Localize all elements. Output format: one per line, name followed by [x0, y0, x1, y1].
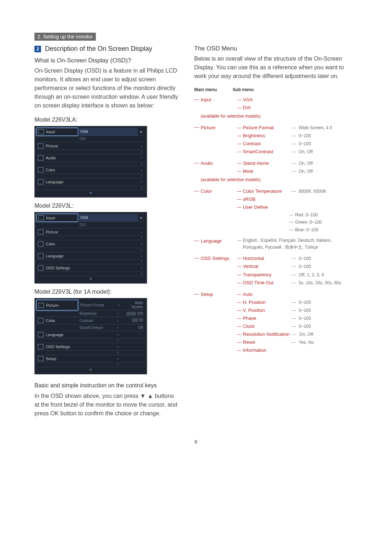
osd-menu-item[interactable] [36, 222, 77, 228]
osd-setting-value [122, 351, 145, 355]
tree-sub-list: Horizontal0~100Vertical0~100Transparency… [237, 254, 341, 286]
tree-main-item: LanguageEnglish , Español, Français, Deu… [201, 237, 347, 251]
osd-menu-item[interactable]: Setup [36, 355, 77, 363]
osd-submenu-item[interactable] [77, 248, 138, 252]
osd-submenu-item[interactable] [77, 162, 138, 166]
osd-row: • [36, 150, 145, 154]
osd-submenu-item[interactable]: VGA [78, 128, 138, 136]
tree-sub-label: Mute [243, 167, 289, 175]
osd-submenu-item[interactable] [77, 240, 138, 248]
osd-menu-label: Setup [46, 357, 56, 361]
osd-setting-name[interactable] [77, 343, 114, 351]
tree-header: Main menu Sub menu [194, 87, 347, 92]
osd-menu-icon [38, 229, 44, 235]
osd-menu-item[interactable]: Picture [36, 300, 78, 310]
osd-row: Language• [36, 252, 145, 260]
osd-submenu-item[interactable]: VGA [78, 214, 138, 222]
osd-menu-item[interactable]: Language [36, 178, 77, 186]
osd-setting-name[interactable] [77, 363, 114, 367]
osd-menu-icon [38, 265, 44, 270]
osd-menu-icon [38, 303, 44, 308]
osd-menu-label: OSD Settings [46, 266, 70, 270]
osd-setting-value [122, 331, 145, 339]
osd-menu-item[interactable]: Audio [36, 154, 77, 162]
osd-menu-item[interactable] [36, 339, 77, 343]
osd-submenu-item[interactable] [77, 264, 138, 272]
model-b-label: Model 226V3L: [34, 203, 180, 209]
tree-sub-item: Brightness0~100 [237, 132, 332, 140]
osd-menu-item[interactable] [36, 248, 77, 252]
osd-menu-label: Input [46, 130, 55, 134]
osd-menu-item[interactable] [36, 162, 77, 166]
osd-submenu-item[interactable] [77, 236, 138, 240]
osd-menu-item[interactable]: Color [36, 240, 77, 248]
osd-setting-name[interactable]: SmartContrast [77, 325, 114, 331]
osd-menu-item[interactable]: OSD Settings [36, 264, 77, 272]
osd-menu-item[interactable] [36, 136, 77, 142]
osd-menu-item[interactable] [36, 272, 77, 276]
osd-menu-label: OSD Settings [46, 345, 70, 349]
osd-row: • [36, 174, 145, 178]
osd-submenu-item[interactable] [77, 272, 138, 276]
tree-sub-item: Information [237, 346, 314, 354]
osd-submenu-item[interactable] [77, 150, 138, 154]
osd-menu-item[interactable] [36, 325, 77, 331]
tree-sub-value: Wide Screen, 4:3 [291, 125, 332, 130]
osd-menu-item[interactable] [36, 363, 77, 367]
osd-setting-name[interactable] [77, 331, 114, 339]
osd-setting-name[interactable]: Picture Format [78, 300, 115, 310]
osd-submenu-item[interactable] [77, 252, 138, 260]
osd-menu-item[interactable] [36, 351, 77, 355]
osd-arrow-icon: • [114, 317, 122, 325]
osd-menu-item[interactable]: Language [36, 252, 77, 260]
osd-arrow-icon: ▶ [138, 128, 145, 136]
osd-arrow-icon: • [138, 260, 145, 264]
osd-setting-name[interactable] [77, 351, 114, 355]
osd-menu-item[interactable]: Picture [36, 142, 77, 150]
osd-menu-item[interactable]: Language [36, 331, 77, 339]
osd-submenu-item[interactable]: DVI [77, 136, 138, 142]
osd-submenu-item[interactable] [77, 166, 138, 174]
osd-menu-item[interactable]: Color [36, 317, 77, 325]
osd-submenu-item[interactable] [77, 142, 138, 150]
tree-sub-item: H. Position0~100 [237, 298, 314, 306]
osd-menu-item[interactable]: Input [36, 214, 78, 222]
osd-menu-item[interactable] [36, 150, 77, 154]
tree-sub-value: 0~100 [291, 141, 311, 146]
osd-setting-name[interactable] [77, 355, 114, 363]
osd-menu-item[interactable]: OSD Settings [36, 343, 77, 351]
model-a-label: Model 226V3LA: [34, 117, 180, 123]
osd-arrow-icon: • [138, 154, 145, 162]
osd-panel-226v3la: InputVGA▶DVIPicture••Audio••Color••Langu… [34, 126, 147, 197]
tree-sub-label: Color Temperature [243, 187, 289, 195]
osd-setting-name[interactable]: Contrast [77, 317, 114, 325]
osd-submenu-item[interactable] [77, 154, 138, 162]
osd-menu-item[interactable] [36, 186, 77, 190]
osd-menu-item[interactable]: Color [36, 166, 77, 174]
osd-menu-item[interactable]: Input [36, 128, 78, 136]
osd-setting-name[interactable]: Brightness [77, 310, 114, 317]
osd-menu-item[interactable] [36, 236, 77, 240]
osd-menu-item[interactable] [36, 260, 77, 264]
tree-user-define-list: Red: 0~100Green: 0~100Blue: 0~100 [289, 211, 326, 233]
osd-submenu-item[interactable] [77, 186, 138, 190]
osd-row: DVI [36, 136, 145, 142]
tree-sub-item: Clock0~100 [237, 322, 314, 330]
osd-submenu-item[interactable] [77, 178, 138, 186]
osd-arrow-icon: • [138, 186, 145, 190]
osd-submenu-item[interactable] [77, 260, 138, 264]
tree-sub-item: SmartContrastOn, Off [237, 148, 332, 156]
tree-main-label: OSD Settings [201, 254, 237, 262]
osd-down-arrow-icon: ▼ [36, 190, 145, 196]
osd-submenu-item[interactable] [77, 174, 138, 178]
osd-arrow-icon: • [114, 310, 122, 317]
osd-menu-icon [38, 215, 44, 220]
tree-main-item: OSD SettingsHorizontal0~100Vertical0~100… [201, 254, 347, 286]
osd-menu-item[interactable] [36, 174, 77, 178]
osd-row: ColorContrast•|||||| 50 [36, 317, 145, 325]
osd-menu-item[interactable] [36, 310, 77, 317]
osd-setting-name[interactable] [77, 339, 114, 343]
osd-submenu-item[interactable]: DVI [77, 222, 138, 228]
osd-menu-item[interactable]: Picture [36, 228, 77, 236]
osd-submenu-item[interactable] [77, 228, 138, 236]
